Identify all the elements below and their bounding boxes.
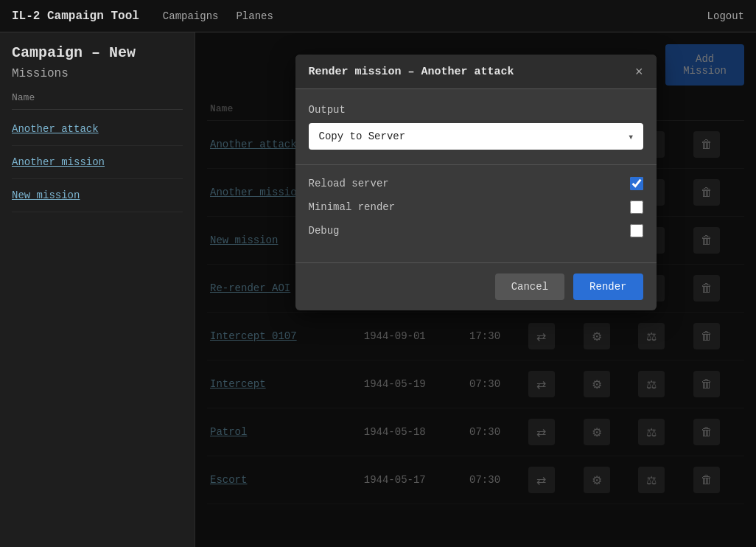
top-nav: IL-2 Campaign Tool Campaigns Planes Logo… — [0, 0, 756, 32]
minimal-render-row: Minimal render — [309, 201, 643, 214]
minimal-render-label: Minimal render — [309, 201, 630, 213]
cancel-button[interactable]: Cancel — [495, 274, 564, 300]
reload-server-checkbox[interactable] — [630, 177, 643, 190]
reload-server-label: Reload server — [309, 178, 630, 189]
debug-checkbox[interactable] — [630, 224, 643, 237]
nav-links: Campaigns Planes — [163, 10, 273, 22]
modal-title: Render mission – Another attack — [309, 66, 514, 78]
output-label: Output — [309, 104, 643, 116]
reload-server-row: Reload server — [309, 177, 643, 190]
logout-button[interactable]: Logout — [707, 10, 744, 22]
render-button[interactable]: Render — [573, 274, 643, 300]
right-panel: AddMission Name Date Time Another attack — [195, 32, 756, 547]
app-title: IL-2 Campaign Tool — [12, 10, 139, 23]
modal-body: Output Copy to Server Local Archive ▾ Re… — [295, 89, 657, 262]
minimal-render-checkbox[interactable] — [630, 201, 643, 214]
modal-close-button[interactable]: × — [635, 65, 643, 78]
campaign-title: Campaign – New — [12, 44, 183, 61]
output-select-wrapper: Copy to Server Local Archive ▾ — [309, 123, 643, 150]
nav-planes[interactable]: Planes — [236, 10, 273, 22]
sidebar-item-another-mission[interactable]: Another mission — [12, 146, 183, 179]
debug-row: Debug — [309, 224, 643, 237]
modal-divider — [295, 164, 657, 165]
sidebar-col-header: Name — [12, 92, 183, 110]
sidebar: Campaign – New Missions Name Another att… — [0, 32, 195, 547]
output-select[interactable]: Copy to Server Local Archive — [309, 123, 643, 150]
missions-label: Missions — [12, 67, 183, 80]
modal-overlay: Render mission – Another attack × Output… — [195, 32, 756, 547]
modal-header: Render mission – Another attack × — [295, 55, 657, 89]
sidebar-item-another-attack[interactable]: Another attack — [12, 113, 183, 146]
debug-label: Debug — [309, 225, 630, 237]
render-modal: Render mission – Another attack × Output… — [295, 55, 657, 310]
nav-campaigns[interactable]: Campaigns — [163, 10, 219, 22]
sidebar-item-new-mission[interactable]: New mission — [12, 179, 183, 212]
modal-footer: Cancel Render — [295, 262, 657, 310]
main-content: Campaign – New Missions Name Another att… — [0, 32, 756, 547]
